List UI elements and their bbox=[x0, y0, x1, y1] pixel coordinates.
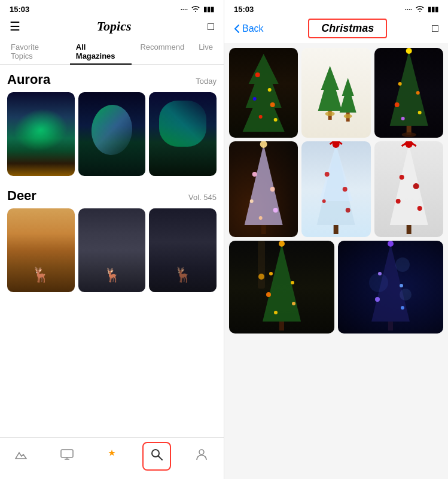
menu-icon[interactable]: ☰ bbox=[10, 19, 20, 34]
svg-point-6 bbox=[268, 88, 272, 92]
christmas-grid bbox=[224, 43, 448, 479]
nav-monitor[interactable] bbox=[53, 442, 81, 471]
svg-rect-57 bbox=[258, 241, 265, 289]
svg-point-10 bbox=[274, 118, 278, 122]
right-panel: 15:03 ···· ▮▮▮ Back Christmas □ bbox=[224, 0, 448, 479]
svg-point-60 bbox=[388, 241, 394, 247]
svg-point-58 bbox=[258, 274, 264, 280]
svg-point-18 bbox=[406, 48, 412, 54]
svg-point-29 bbox=[270, 187, 275, 192]
page-title-box: Christmas bbox=[308, 19, 387, 38]
nav-profile[interactable] bbox=[187, 442, 216, 471]
deer-image-3[interactable] bbox=[149, 208, 217, 292]
xmas-image-4[interactable] bbox=[229, 141, 298, 237]
svg-point-45 bbox=[413, 183, 419, 189]
svg-point-62 bbox=[369, 273, 388, 292]
svg-point-9 bbox=[259, 115, 263, 119]
svg-point-22 bbox=[417, 111, 421, 114]
monitor-icon bbox=[60, 448, 74, 464]
svg-rect-0 bbox=[61, 450, 73, 457]
svg-point-40 bbox=[346, 208, 351, 213]
xmas-image-3[interactable] bbox=[374, 48, 443, 138]
svg-point-32 bbox=[259, 216, 263, 220]
tab-all-magazines[interactable]: All Magazines bbox=[70, 39, 132, 64]
svg-point-61 bbox=[395, 257, 410, 272]
tab-live[interactable]: Live bbox=[193, 39, 219, 64]
wifi-icon-right bbox=[416, 5, 424, 14]
svg-point-31 bbox=[273, 208, 278, 213]
svg-marker-11 bbox=[318, 66, 342, 111]
svg-point-5 bbox=[255, 72, 260, 77]
svg-point-30 bbox=[250, 199, 254, 203]
tab-favorite[interactable]: Favorite Topics bbox=[5, 39, 68, 64]
device-icon-right[interactable]: □ bbox=[432, 22, 438, 35]
xmas-image-2[interactable] bbox=[301, 48, 370, 138]
nav-landscape[interactable] bbox=[8, 442, 36, 471]
svg-point-38 bbox=[343, 187, 348, 192]
deer-image-2[interactable] bbox=[78, 208, 146, 292]
xmas-image-5[interactable] bbox=[301, 141, 370, 237]
deer-title: Deer bbox=[7, 188, 36, 204]
left-panel: 15:03 ···· ▮▮▮ ☰ Topics □ Favorite Topic… bbox=[0, 0, 224, 479]
deer-image-1[interactable] bbox=[7, 208, 75, 292]
svg-point-28 bbox=[252, 172, 257, 177]
svg-rect-33 bbox=[261, 225, 266, 234]
svg-point-50 bbox=[279, 241, 285, 247]
right-header: Back Christmas □ bbox=[224, 16, 448, 43]
svg-point-65 bbox=[400, 284, 403, 287]
xmas-row-2 bbox=[229, 141, 443, 237]
xmas-image-8[interactable] bbox=[338, 241, 443, 334]
time-left: 15:03 bbox=[10, 5, 29, 14]
deer-meta: Vol. 545 bbox=[188, 193, 217, 202]
status-bar-right: 15:03 ···· ▮▮▮ bbox=[224, 0, 448, 16]
back-button[interactable]: Back bbox=[234, 23, 264, 34]
battery-icon-right: ▮▮▮ bbox=[428, 5, 438, 13]
aurora-meta: Today bbox=[196, 77, 217, 86]
aurora-image-2[interactable] bbox=[78, 92, 146, 176]
svg-marker-4 bbox=[243, 54, 285, 132]
svg-point-3 bbox=[199, 450, 204, 454]
svg-point-27 bbox=[260, 141, 267, 148]
xmas-image-7[interactable] bbox=[229, 241, 334, 334]
profile-icon bbox=[195, 448, 208, 465]
battery-icon-left: ▮▮▮ bbox=[203, 5, 214, 13]
svg-point-67 bbox=[401, 306, 404, 310]
svg-point-25 bbox=[401, 132, 416, 137]
status-icons-right: ···· ▮▮▮ bbox=[405, 5, 438, 14]
deer-grid bbox=[7, 208, 217, 292]
aurora-image-3[interactable] bbox=[149, 92, 217, 176]
svg-marker-49 bbox=[263, 244, 301, 322]
svg-point-52 bbox=[291, 281, 294, 284]
svg-point-37 bbox=[325, 172, 330, 177]
aurora-image-1[interactable] bbox=[7, 92, 75, 176]
tab-recommend[interactable]: Recommend bbox=[134, 39, 190, 64]
svg-point-19 bbox=[398, 82, 401, 86]
svg-point-47 bbox=[417, 206, 422, 211]
svg-point-16 bbox=[344, 114, 352, 119]
left-header: ☰ Topics □ bbox=[0, 16, 224, 39]
aurora-grid bbox=[7, 92, 217, 176]
signal-icon-right: ···· bbox=[405, 6, 412, 13]
xmas-image-6[interactable] bbox=[374, 141, 443, 237]
aurora-title: Aurora bbox=[7, 72, 50, 87]
nav-magic[interactable] bbox=[97, 442, 126, 471]
svg-point-21 bbox=[394, 102, 399, 107]
deer-section-header: Deer Vol. 545 bbox=[7, 188, 217, 204]
xmas-row-1 bbox=[229, 48, 443, 138]
svg-marker-26 bbox=[245, 144, 283, 225]
svg-point-54 bbox=[292, 302, 295, 305]
nav-search[interactable] bbox=[142, 442, 171, 471]
svg-marker-17 bbox=[389, 51, 428, 126]
landscape-icon bbox=[15, 448, 29, 464]
device-icon-left[interactable]: □ bbox=[208, 20, 214, 33]
svg-line-2 bbox=[158, 456, 162, 460]
svg-point-63 bbox=[400, 289, 412, 301]
xmas-image-1[interactable] bbox=[229, 48, 298, 138]
xmas-row-3 bbox=[229, 241, 443, 334]
magic-icon bbox=[105, 448, 119, 464]
svg-point-44 bbox=[399, 175, 404, 180]
svg-point-66 bbox=[375, 297, 380, 302]
svg-marker-42 bbox=[389, 144, 428, 225]
signal-icon-left: ···· bbox=[181, 6, 188, 13]
svg-rect-48 bbox=[406, 225, 411, 234]
